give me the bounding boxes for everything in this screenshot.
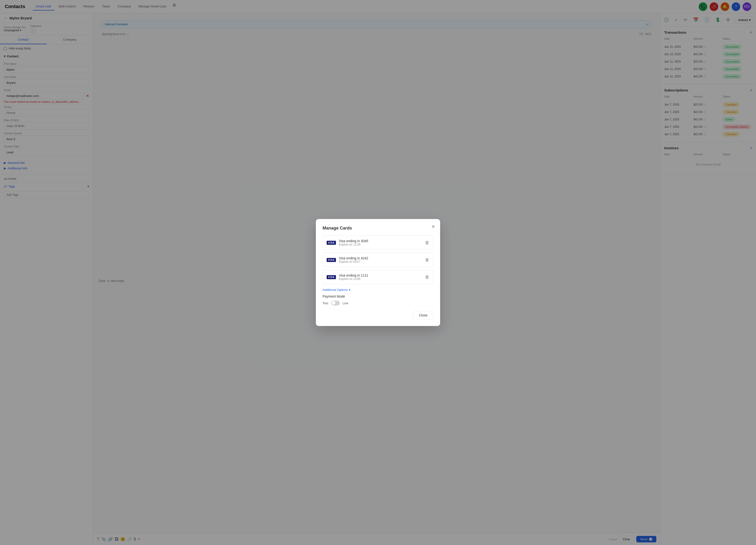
additional-options-toggle[interactable]: Additional Options ▾ xyxy=(323,288,433,291)
card-expiry: Expires on 11/55 xyxy=(339,277,422,280)
card-name: Visa ending in 1111 xyxy=(339,273,422,277)
delete-card-button[interactable]: 🗑 xyxy=(425,274,429,280)
card-info: Visa ending in 4242 Expires on 02/27 xyxy=(339,256,422,264)
live-label: Live xyxy=(343,301,348,305)
card-name: Visa ending in 4242 xyxy=(339,256,422,260)
card-item: VISA Visa ending in 3045 Expires on 11/2… xyxy=(323,236,433,250)
test-label: Test xyxy=(323,301,328,305)
card-info: Visa ending in 3045 Expires on 11/29 xyxy=(339,239,422,246)
visa-logo: VISA xyxy=(327,258,336,262)
visa-logo: VISA xyxy=(327,275,336,279)
visa-logo: VISA xyxy=(327,241,336,245)
card-name: Visa ending in 3045 xyxy=(339,239,422,243)
modal-close-button[interactable]: ✕ xyxy=(431,224,435,230)
card-expiry: Expires on 11/29 xyxy=(339,243,422,246)
payment-mode-toggle-row: Test Live xyxy=(323,301,433,305)
toggle-knob xyxy=(332,301,335,305)
modal-footer: Close xyxy=(323,311,433,319)
payment-mode-label: Payment Mode xyxy=(323,294,433,298)
delete-card-button[interactable]: 🗑 xyxy=(425,240,429,245)
manage-cards-modal: Manage Cards ✕ VISA Visa ending in 3045 … xyxy=(316,219,440,326)
card-info: Visa ending in 1111 Expires on 11/55 xyxy=(339,273,422,280)
modal-overlay[interactable]: Manage Cards ✕ VISA Visa ending in 3045 … xyxy=(0,0,756,545)
card-item: VISA Visa ending in 1111 Expires on 11/5… xyxy=(323,270,433,284)
payment-mode-toggle[interactable] xyxy=(331,301,340,305)
card-expiry: Expires on 02/27 xyxy=(339,260,422,264)
close-modal-button[interactable]: Close xyxy=(413,311,433,319)
card-item: VISA Visa ending in 4242 Expires on 02/2… xyxy=(323,253,433,267)
chevron-down-icon: ▾ xyxy=(349,288,351,291)
cards-list: VISA Visa ending in 3045 Expires on 11/2… xyxy=(323,236,433,284)
modal-title: Manage Cards xyxy=(323,226,433,231)
delete-card-button[interactable]: 🗑 xyxy=(425,258,429,263)
